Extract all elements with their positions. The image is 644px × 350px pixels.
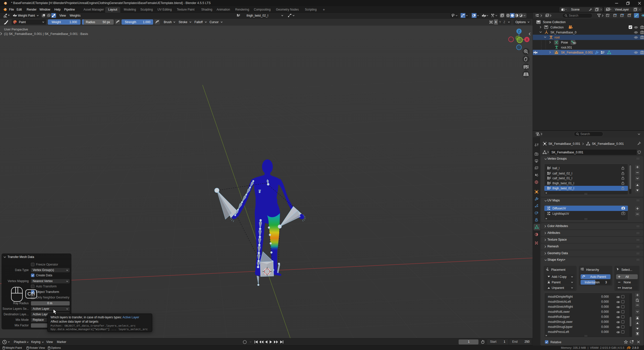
svg-text:Ctrl: Ctrl bbox=[27, 291, 35, 296]
svg-text:X: X bbox=[526, 38, 528, 41]
svg-text:Z: Z bbox=[518, 30, 520, 33]
